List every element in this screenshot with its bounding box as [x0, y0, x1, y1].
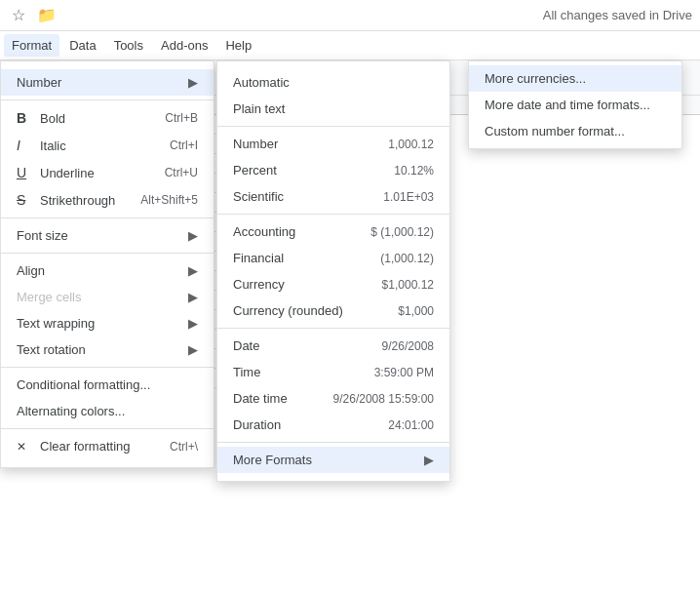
number-item-plaintext[interactable]: Plain text	[217, 96, 449, 122]
number-item-currency-rounded-label: Currency (rounded)	[233, 303, 382, 318]
number-item-scientific[interactable]: Scientific 1.01E+03	[217, 183, 449, 210]
strikethrough-icon: S	[17, 192, 32, 208]
number-item-currency[interactable]: Currency $1,000.12	[217, 271, 449, 297]
format-item-fontsize[interactable]: Font size ▶	[1, 222, 214, 249]
more-formats-submenu: More currencies... More date and time fo…	[468, 60, 682, 149]
format-item-alternating[interactable]: Alternating colors...	[1, 398, 214, 424]
number-item-datetime-label: Date time	[233, 391, 318, 406]
format-menu-section-fontsize: Font size ▶	[1, 218, 214, 254]
menu-help[interactable]: Help	[217, 34, 259, 57]
format-item-italic-shortcut: Ctrl+I	[170, 138, 198, 152]
format-item-number[interactable]: Number ▶	[1, 69, 214, 96]
number-item-accounting-label: Accounting	[233, 224, 355, 239]
menu-data[interactable]: Data	[61, 34, 103, 57]
menu-tools[interactable]: Tools	[106, 34, 151, 57]
bold-icon: B	[17, 110, 32, 126]
number-item-more-formats[interactable]: More Formats ▶	[217, 447, 449, 473]
format-item-textwrap[interactable]: Text wrapping ▶	[1, 310, 214, 336]
number-submenu-section-more: More Formats ▶	[217, 443, 449, 477]
number-item-percent-label: Percent	[233, 163, 378, 178]
number-item-percent[interactable]: Percent 10.12%	[217, 157, 449, 183]
number-item-scientific-value: 1.01E+03	[383, 190, 434, 204]
number-item-date-label: Date	[233, 338, 367, 353]
number-item-accounting-value: $ (1,000.12)	[370, 225, 434, 239]
format-item-merge: Merge cells ▶	[1, 284, 214, 310]
number-submenu-section-auto: Automatic Plain text	[217, 65, 449, 127]
folder-icon[interactable]: 📁	[33, 6, 60, 24]
format-item-bold[interactable]: B Bold Ctrl+B	[1, 104, 214, 132]
number-item-time-value: 3:59:00 PM	[374, 366, 434, 379]
number-item-automatic[interactable]: Automatic	[217, 69, 449, 96]
format-item-clear-label: Clear formatting	[40, 439, 154, 454]
number-item-percent-value: 10.12%	[394, 164, 434, 178]
number-item-more-formats-label: More Formats	[233, 453, 424, 467]
format-item-strikethrough-label: Strikethrough	[40, 193, 125, 208]
top-bar: ☆ 📁 All changes saved in Drive	[0, 0, 700, 31]
number-item-time[interactable]: Time 3:59:00 PM	[217, 359, 449, 385]
more-item-custom[interactable]: Custom number format...	[469, 118, 681, 144]
format-item-italic-label: Italic	[40, 138, 154, 153]
format-item-conditional[interactable]: Conditional formatting...	[1, 372, 214, 398]
number-submenu-section-basic: Number 1,000.12 Percent 10.12% Scientifi…	[217, 127, 449, 215]
format-menu-section-number: Number ▶	[1, 65, 214, 100]
number-item-currency-rounded[interactable]: Currency (rounded) $1,000	[217, 297, 449, 324]
chevron-right-icon-6: ▶	[188, 342, 198, 357]
number-item-datetime[interactable]: Date time 9/26/2008 15:59:00	[217, 385, 449, 412]
menu-bar: Format Data Tools Add-ons Help	[0, 31, 700, 60]
number-item-plaintext-label: Plain text	[233, 101, 434, 116]
number-item-number-label: Number	[233, 137, 372, 151]
number-submenu-section-currency: Accounting $ (1,000.12) Financial (1,000…	[217, 215, 449, 329]
format-item-conditional-label: Conditional formatting...	[17, 377, 198, 392]
format-item-clear[interactable]: ✕ Clear formatting Ctrl+\	[1, 433, 214, 459]
format-menu-section-clear: ✕ Clear formatting Ctrl+\	[1, 429, 214, 463]
format-menu-section-text: B Bold Ctrl+B I Italic Ctrl+I U Underlin…	[1, 100, 214, 218]
format-menu-section-layout: Align ▶ Merge cells ▶ Text wrapping ▶ Te…	[1, 254, 214, 368]
chevron-right-icon: ▶	[188, 75, 198, 90]
format-item-align[interactable]: Align ▶	[1, 257, 214, 284]
format-menu: Number ▶ B Bold Ctrl+B I Italic Ctrl+I U…	[0, 60, 214, 468]
format-item-textrotation[interactable]: Text rotation ▶	[1, 336, 214, 363]
number-item-currency-value: $1,000.12	[382, 278, 434, 292]
number-submenu-section-datetime: Date 9/26/2008 Time 3:59:00 PM Date time…	[217, 329, 449, 443]
format-item-strikethrough-shortcut: Alt+Shift+5	[140, 193, 198, 207]
number-item-scientific-label: Scientific	[233, 189, 368, 204]
menu-format[interactable]: Format	[4, 34, 59, 57]
format-item-clear-shortcut: Ctrl+\	[170, 440, 198, 454]
format-item-number-label: Number	[17, 75, 180, 90]
more-item-datetime-label: More date and time formats...	[485, 98, 650, 112]
chevron-right-icon-5: ▶	[188, 316, 198, 331]
star-icon[interactable]: ☆	[8, 6, 29, 24]
more-item-datetime[interactable]: More date and time formats...	[469, 92, 681, 118]
format-item-bold-shortcut: Ctrl+B	[165, 111, 198, 125]
chevron-right-icon-3: ▶	[188, 263, 198, 278]
format-item-italic[interactable]: I Italic Ctrl+I	[1, 132, 214, 159]
chevron-right-icon-2: ▶	[188, 228, 198, 243]
format-item-fontsize-label: Font size	[17, 228, 180, 243]
number-item-accounting[interactable]: Accounting $ (1,000.12)	[217, 218, 449, 245]
menu-addons[interactable]: Add-ons	[153, 34, 215, 57]
number-item-date[interactable]: Date 9/26/2008	[217, 333, 449, 359]
more-item-custom-label: Custom number format...	[485, 124, 625, 138]
format-item-strikethrough[interactable]: S Strikethrough Alt+Shift+5	[1, 186, 214, 214]
more-item-currencies[interactable]: More currencies...	[469, 65, 681, 92]
format-item-underline[interactable]: U Underline Ctrl+U	[1, 159, 214, 186]
number-item-number[interactable]: Number 1,000.12	[217, 131, 449, 157]
more-item-currencies-label: More currencies...	[485, 71, 586, 86]
format-item-textwrap-label: Text wrapping	[17, 316, 180, 331]
clear-formatting-icon: ✕	[17, 440, 32, 454]
format-item-merge-label: Merge cells	[17, 290, 180, 304]
number-item-duration-value: 24:01:00	[388, 418, 434, 432]
chevron-right-icon-4: ▶	[188, 290, 198, 304]
format-item-underline-label: Underline	[40, 166, 149, 180]
italic-icon: I	[17, 138, 32, 153]
number-item-currency-rounded-value: $1,000	[398, 304, 434, 318]
number-item-financial[interactable]: Financial (1,000.12)	[217, 245, 449, 271]
format-item-bold-label: Bold	[40, 111, 149, 126]
number-item-datetime-value: 9/26/2008 15:59:00	[333, 392, 434, 406]
number-item-date-value: 9/26/2008	[382, 339, 434, 353]
format-menu-section-rules: Conditional formatting... Alternating co…	[1, 368, 214, 429]
number-item-duration[interactable]: Duration 24:01:00	[217, 412, 449, 438]
format-item-align-label: Align	[17, 263, 180, 278]
number-item-number-value: 1,000.12	[388, 138, 434, 151]
format-item-alternating-label: Alternating colors...	[17, 404, 198, 418]
